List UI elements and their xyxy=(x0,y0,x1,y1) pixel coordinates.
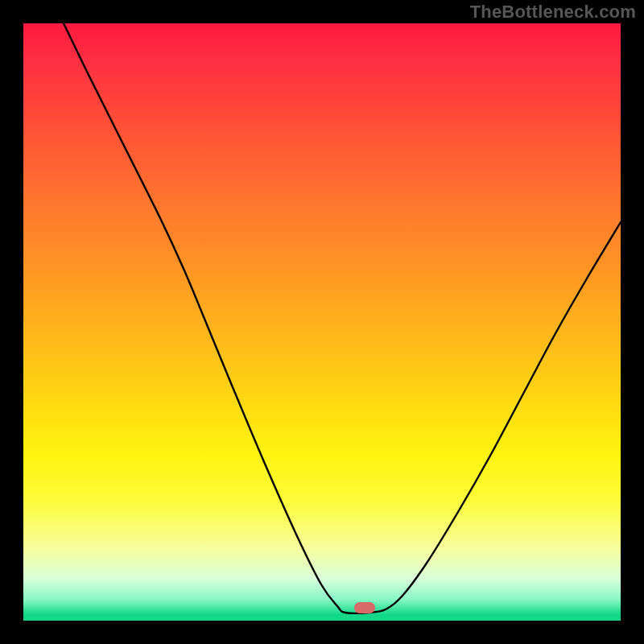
curve-layer xyxy=(23,23,621,621)
bottleneck-curve xyxy=(64,23,621,613)
plot-area xyxy=(23,23,621,621)
chart-frame: TheBottleneck.com xyxy=(0,0,644,644)
watermark-text: TheBottleneck.com xyxy=(470,2,636,23)
optimal-marker-icon xyxy=(354,602,375,613)
